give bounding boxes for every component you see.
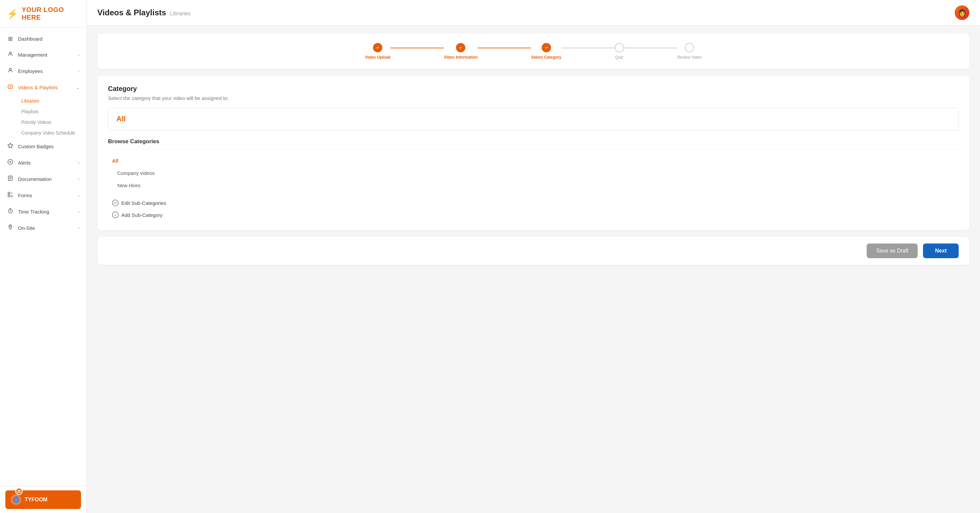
dashboard-icon: ⊞ (7, 35, 14, 42)
sidebar-item-employees[interactable]: Employees › (0, 63, 86, 79)
svg-rect-10 (8, 195, 10, 197)
edit-sub-categories-label: Edit Sub-Categories (121, 200, 166, 206)
sidebar-item-videos[interactable]: Videos & Playlists ⌄ (0, 79, 86, 95)
step-circle-review-video (685, 43, 694, 52)
tyfoom-badge: 20 (15, 488, 23, 495)
step-review-video: Review Video (677, 43, 702, 60)
stepper-card: Video Upload Video Information Select (97, 33, 969, 69)
documentation-chevron: › (78, 177, 80, 181)
category-title: Category (108, 85, 959, 93)
logo-text: YOUR LOGO HERE (22, 6, 80, 21)
page-title: Videos & Playlists (97, 8, 166, 17)
forms-chevron: › (78, 193, 80, 198)
videos-chevron: ⌄ (76, 85, 80, 90)
sidebar-item-custom-badges-label: Custom Badges (18, 144, 54, 149)
add-sub-category-action[interactable]: + Add Sub-Category (108, 209, 959, 221)
connector-1 (390, 48, 444, 48)
management-chevron: › (78, 52, 80, 57)
main-content: Videos & Playlists Libraries 👩 Video Upl… (87, 0, 980, 513)
step-video-upload: Video Upload (365, 43, 390, 60)
sidebar-nav: ⊞ Dashboard Management › Employees › Vid… (0, 28, 86, 486)
on-site-icon (7, 224, 14, 232)
step-label-review-video: Review Video (677, 55, 702, 60)
sidebar-item-time-tracking-label: Time Tracking (18, 209, 49, 214)
step-label-video-upload: Video Upload (365, 55, 390, 60)
svg-point-0 (10, 52, 11, 54)
time-tracking-icon (7, 208, 14, 216)
sidebar-item-on-site[interactable]: On-Site › (0, 220, 86, 236)
svg-marker-3 (10, 86, 12, 87)
sidebar-item-dashboard-label: Dashboard (18, 36, 42, 41)
next-button[interactable]: Next (923, 243, 959, 258)
category-item-all[interactable]: All (108, 154, 959, 167)
step-label-video-information: Video Information (444, 55, 478, 60)
time-tracking-chevron: › (78, 210, 80, 214)
category-subtitle: Select the category that your video will… (108, 95, 959, 101)
actions-card: Save as Draft Next (97, 237, 969, 265)
sidebar-item-forms-label: Forms (18, 192, 32, 198)
sidebar-item-time-tracking[interactable]: Time Tracking › (0, 203, 86, 220)
tyfoom-button[interactable]: 20 🌀 TYFOOM (5, 490, 81, 509)
documentation-icon (7, 175, 14, 183)
management-icon (7, 51, 14, 59)
sidebar-item-alerts[interactable]: Alerts › (0, 154, 86, 171)
step-circle-quiz (615, 43, 624, 52)
plus-icon: + (112, 211, 119, 218)
logo-area: ⚡ YOUR LOGO HERE (0, 0, 86, 28)
content-area: Video Upload Video Information Select (87, 25, 980, 513)
tyfoom-label: TYFOOM (25, 497, 47, 503)
svg-point-1 (10, 68, 11, 70)
employees-chevron: › (78, 69, 80, 74)
step-video-information: Video Information (444, 43, 478, 60)
sidebar-item-management[interactable]: Management › (0, 47, 86, 63)
svg-point-15 (10, 226, 11, 227)
sub-nav-playlists[interactable]: Playlists (18, 106, 86, 117)
sidebar-item-documentation-label: Documentation (18, 176, 52, 182)
sub-nav-libraries[interactable]: Libraries (18, 95, 86, 106)
edit-sub-categories-action[interactable]: ✏ Edit Sub-Categories (108, 197, 959, 209)
employees-icon (7, 67, 14, 75)
on-site-chevron: › (78, 226, 80, 230)
sidebar-item-custom-badges[interactable]: Custom Badges (0, 138, 86, 154)
connector-2 (478, 48, 531, 48)
step-label-quiz: Quiz (615, 55, 624, 60)
avatar[interactable]: 👩 (955, 5, 969, 20)
category-item-company-videos[interactable]: Company videos (108, 167, 959, 179)
category-item-new-hires[interactable]: New Hires (108, 179, 959, 192)
logo-icon: ⚡ (7, 8, 18, 19)
category-form-card: Category Select the category that your v… (97, 76, 969, 230)
alerts-chevron: › (78, 160, 80, 165)
step-label-select-category: Select Category (531, 55, 562, 60)
save-draft-button[interactable]: Save as Draft (867, 243, 918, 258)
topbar-title-area: Videos & Playlists Libraries (97, 8, 191, 17)
sidebar-item-alerts-label: Alerts (18, 160, 31, 165)
sidebar-bottom: 20 🌀 TYFOOM (0, 486, 86, 513)
alerts-icon (7, 159, 14, 167)
sidebar-item-employees-label: Employees (18, 68, 43, 74)
tyfoom-icon: 🌀 (11, 494, 21, 505)
edit-icon: ✏ (112, 200, 119, 206)
step-select-category: Select Category (531, 43, 562, 60)
sidebar-item-dashboard[interactable]: ⊞ Dashboard (0, 31, 86, 47)
sidebar-item-management-label: Management (18, 52, 47, 58)
progress-stepper: Video Upload Video Information Select (111, 43, 956, 60)
page-subtitle: Libraries (170, 11, 190, 17)
sub-nav-company-video-schedule[interactable]: Company Video Schedule (18, 127, 86, 138)
svg-rect-9 (8, 192, 10, 194)
connector-3 (562, 48, 615, 48)
sidebar-item-on-site-label: On-Site (18, 225, 35, 231)
sidebar-item-videos-label: Videos & Playlists (18, 84, 58, 90)
sidebar: ⚡ YOUR LOGO HERE ⊞ Dashboard Management … (0, 0, 87, 513)
forms-icon (7, 192, 14, 199)
videos-icon (7, 84, 14, 91)
topbar: Videos & Playlists Libraries 👩 (87, 0, 980, 25)
selected-category-value: All (116, 114, 126, 123)
sub-nav-priority-videos[interactable]: Priority Videos (18, 117, 86, 127)
step-circle-video-upload (373, 43, 382, 52)
category-select-box[interactable]: All (108, 108, 959, 130)
browse-title: Browse Categories (108, 138, 959, 149)
sidebar-item-forms[interactable]: Forms › (0, 187, 86, 203)
connector-4 (624, 48, 677, 48)
sidebar-item-documentation[interactable]: Documentation › (0, 171, 86, 187)
step-circle-video-information (456, 43, 465, 52)
